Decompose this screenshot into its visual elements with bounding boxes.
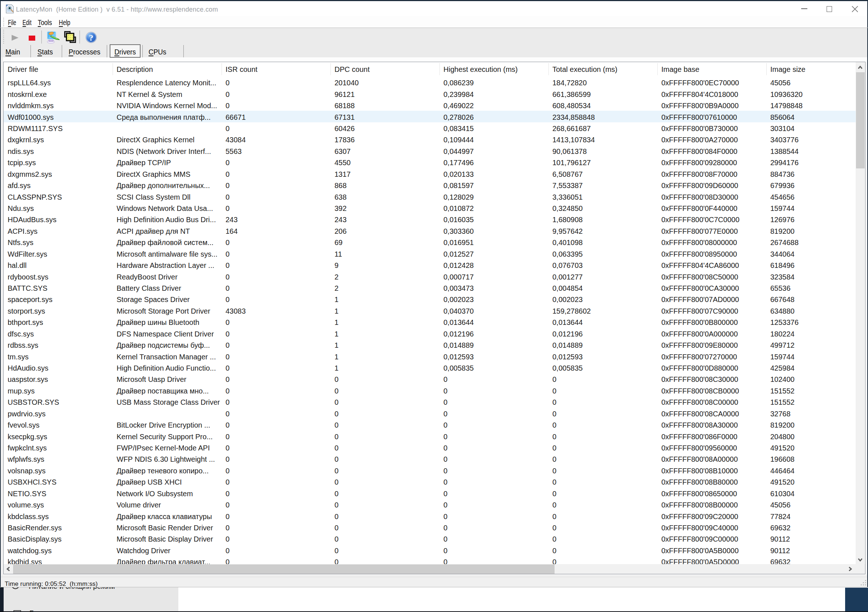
- svg-text:?: ?: [89, 33, 93, 42]
